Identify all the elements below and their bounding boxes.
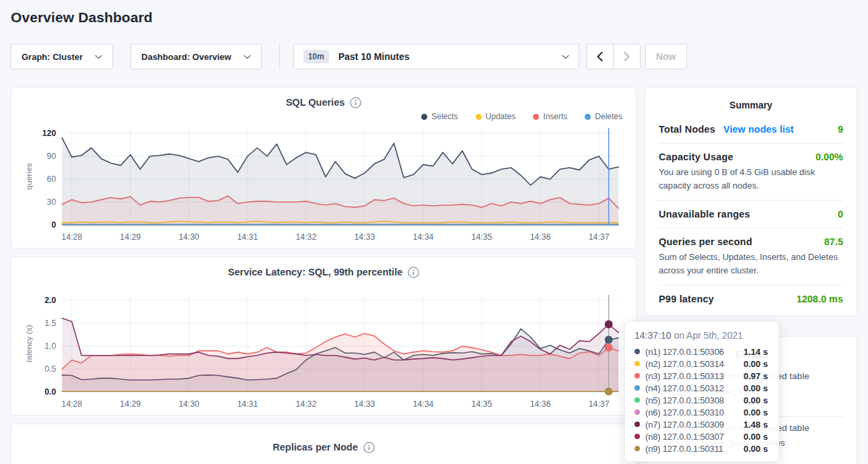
svg-text:14:31: 14:31	[237, 232, 258, 242]
svg-text:0.5: 0.5	[44, 364, 56, 374]
series-color-dot	[635, 397, 640, 403]
svg-text:14:29: 14:29	[120, 232, 141, 242]
svg-text:14:37: 14:37	[589, 232, 610, 242]
tooltip-node-label: (n4) 127.0.0.1:50312	[645, 383, 744, 393]
svg-text:14:28: 14:28	[61, 232, 82, 242]
series-color-dot	[635, 349, 640, 354]
info-icon[interactable]	[363, 442, 375, 453]
info-icon[interactable]	[408, 267, 419, 278]
tooltip-time: 14:37:10	[635, 330, 672, 341]
tooltip-node-row: (n2) 127.0.0.1:503140.00 s	[635, 358, 769, 370]
svg-text:120: 120	[42, 129, 57, 138]
svg-text:14:33: 14:33	[355, 399, 375, 409]
controls-divider	[279, 44, 280, 69]
summary-row-line: P99 latency1208.0 ms	[659, 294, 843, 304]
svg-text:14:36: 14:36	[530, 399, 551, 409]
svg-text:14:32: 14:32	[295, 232, 316, 242]
tooltip-node-row: (n9) 127.0.0.1:503110.00 s	[635, 442, 769, 455]
summary-metric-label: Total Nodes	[659, 124, 715, 135]
tooltip-node-row: (n3) 127.0.0.1:503130.97 s	[635, 370, 769, 382]
time-range-badge: 10m	[303, 50, 329, 63]
controls-bar: Graph: Cluster Dashboard: Overview 10m P…	[11, 44, 857, 69]
svg-text:latency (s): latency (s)	[24, 325, 34, 362]
svg-text:1.0: 1.0	[44, 341, 56, 351]
replicas-per-node-header: Replicas per Node	[22, 439, 625, 455]
legend-dot	[421, 114, 427, 120]
series-color-dot	[635, 373, 640, 378]
summary-metric-description: You are using 0 B of 4.5 GiB usable disk…	[659, 166, 843, 192]
tooltip-node-value: 0.00 s	[744, 444, 768, 454]
dashboard-dropdown-label: Dashboard: Overview	[141, 52, 231, 62]
chevron-down-icon	[562, 55, 569, 59]
time-range-picker[interactable]: 10m Past 10 Minutes	[293, 44, 579, 69]
summary-row: Total NodesView nodes list9	[659, 116, 843, 143]
svg-text:14:30: 14:30	[178, 399, 199, 409]
summary-row-line: Total NodesView nodes list9	[659, 124, 843, 135]
time-prev-button[interactable]	[587, 44, 614, 69]
summary-metric-label: Queries per second	[659, 236, 752, 247]
tooltip-node-row: (n7) 127.0.0.1:503091.48 s	[635, 418, 769, 430]
chart-title: Service Latency: SQL, 99th percentile	[228, 267, 403, 277]
tooltip-node-label: (n9) 127.0.0.1:50311	[645, 444, 744, 454]
legend-item-selects: Selects	[421, 112, 458, 121]
charts-column: SQL Queries SelectsUpdatesInsertsDeletes…	[11, 87, 637, 464]
service-latency-header: Service Latency: SQL, 99th percentile	[22, 264, 625, 280]
chart-title: SQL Queries	[286, 97, 345, 108]
svg-text:90: 90	[47, 152, 57, 161]
summary-row-line: Queries per second87.5	[659, 236, 843, 247]
tooltip-node-label: (n6) 127.0.0.1:50310	[645, 407, 744, 418]
info-icon[interactable]	[350, 97, 361, 108]
summary-row: P99 latency1208.0 ms	[659, 286, 843, 312]
page-title: Overview Dashboard	[11, 9, 868, 26]
tooltip-rows: (n1) 127.0.0.1:503061.14 s(n2) 127.0.0.1…	[635, 345, 769, 455]
graph-dropdown-label: Graph: Cluster	[22, 52, 83, 62]
chart-tooltip: 14:37:10 on Apr 5th, 2021 (n1) 127.0.0.1…	[624, 321, 779, 462]
tooltip-node-row: (n4) 127.0.0.1:503120.00 s	[635, 382, 769, 394]
tooltip-node-value: 1.14 s	[744, 347, 768, 357]
svg-text:14:29: 14:29	[120, 399, 141, 409]
graph-dropdown[interactable]: Graph: Cluster	[11, 44, 113, 69]
svg-text:14:36: 14:36	[530, 232, 551, 242]
sql-queries-header: SQL Queries	[22, 94, 625, 110]
now-button[interactable]: Now	[645, 44, 687, 69]
tooltip-node-value: 0.00 s	[744, 383, 768, 393]
svg-text:60: 60	[47, 174, 57, 184]
tooltip-node-row: (n8) 127.0.0.1:503070.00 s	[635, 430, 769, 442]
svg-text:14:31: 14:31	[237, 399, 258, 409]
svg-text:14:30: 14:30	[178, 232, 199, 242]
time-next-button[interactable]	[614, 44, 640, 69]
summary-metric-value: 9	[838, 124, 843, 135]
tooltip-timestamp: 14:37:10 on Apr 5th, 2021	[635, 330, 769, 341]
legend-label: Selects	[431, 112, 458, 121]
summary-metric-value: 0	[838, 209, 843, 220]
summary-rows: Total NodesView nodes list9Capacity Usag…	[659, 116, 843, 312]
tooltip-node-label: (n1) 127.0.0.1:50306	[645, 347, 744, 357]
summary-metric-value: 0.00%	[816, 152, 843, 162]
tooltip-node-label: (n2) 127.0.0.1:50314	[645, 359, 744, 369]
svg-text:14:37: 14:37	[589, 399, 610, 409]
svg-text:14:34: 14:34	[413, 399, 434, 409]
chevron-down-icon	[95, 55, 102, 59]
summary-title: Summary	[659, 100, 843, 110]
time-step-buttons	[587, 44, 641, 69]
sql-queries-chart[interactable]: 030609012014:2814:2914:3014:3114:3214:33…	[22, 123, 625, 244]
view-nodes-list-link[interactable]: View nodes list	[723, 124, 794, 135]
summary-row-line: Unavailable ranges0	[659, 209, 843, 220]
svg-text:14:28: 14:28	[61, 399, 82, 409]
summary-row-line: Capacity Usage0.00%	[659, 152, 843, 162]
summary-metric-description: Sum of Selects, Updates, Inserts, and De…	[659, 251, 843, 277]
legend-dot	[476, 114, 482, 120]
svg-text:14:35: 14:35	[472, 232, 493, 242]
legend-label: Updates	[486, 112, 516, 121]
service-latency-chart[interactable]: 0.00.51.01.52.014:2814:2914:3014:3114:32…	[22, 290, 625, 411]
summary-row: Unavailable ranges0	[659, 201, 843, 228]
series-color-dot	[635, 385, 640, 391]
svg-text:14:33: 14:33	[355, 232, 375, 242]
dashboard-dropdown[interactable]: Dashboard: Overview	[131, 44, 262, 69]
legend-item-inserts: Inserts	[533, 112, 567, 121]
svg-text:0: 0	[51, 220, 56, 230]
svg-text:14:34: 14:34	[413, 232, 434, 242]
legend-dot	[533, 114, 539, 120]
series-color-dot	[635, 434, 640, 439]
svg-text:2.0: 2.0	[44, 296, 56, 305]
